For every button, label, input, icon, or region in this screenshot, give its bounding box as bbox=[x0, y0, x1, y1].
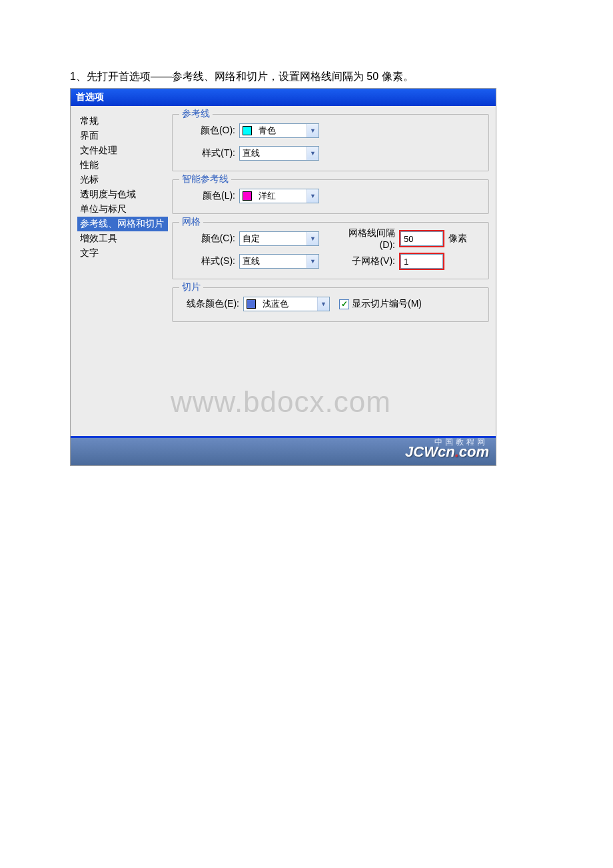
smart-guides-color-dropdown[interactable]: 洋红 ▼ bbox=[239, 189, 319, 203]
footer-band: 中国教程网 JCWcn.com bbox=[71, 436, 496, 465]
slice-checkbox-label: 显示切片编号(M) bbox=[352, 298, 422, 310]
sidebar-item-transparency[interactable]: 透明度与色域 bbox=[77, 187, 168, 202]
guides-style-dropdown[interactable]: 直线 ▼ bbox=[239, 146, 319, 161]
grid-interval-input[interactable]: 50 bbox=[400, 231, 443, 246]
grid-color-value: 自定 bbox=[240, 233, 306, 245]
grid-legend: 网格 bbox=[179, 216, 203, 228]
slice-legend: 切片 bbox=[179, 281, 203, 293]
guides-color-value: 青色 bbox=[256, 125, 306, 137]
chevron-down-icon: ▼ bbox=[306, 147, 318, 160]
chevron-down-icon: ▼ bbox=[306, 124, 318, 137]
smart-guides-color-label: 颜色(L): bbox=[179, 190, 239, 202]
slice-color-dropdown[interactable]: 浅蓝色 ▼ bbox=[243, 297, 330, 311]
chevron-down-icon: ▼ bbox=[306, 255, 318, 268]
slice-fieldset: 切片 线条颜色(E): 浅蓝色 ▼ ✓ 显示切片编号(M) bbox=[172, 287, 489, 322]
guides-legend: 参考线 bbox=[179, 108, 213, 120]
content-panel: 参考线 颜色(O): 青色 ▼ 样式(T): 直线 ▼ bbox=[168, 114, 496, 436]
color-swatch-icon bbox=[243, 126, 252, 135]
sidebar-item-cursors[interactable]: 光标 bbox=[77, 173, 168, 187]
grid-color-label: 颜色(C): bbox=[179, 233, 239, 245]
sidebar-item-type[interactable]: 文字 bbox=[77, 246, 168, 261]
guides-color-dropdown[interactable]: 青色 ▼ bbox=[239, 123, 319, 138]
grid-fieldset: 网格 颜色(C): 自定 ▼ 网格线间隔(D): 50 像素 bbox=[172, 222, 489, 279]
grid-style-label: 样式(S): bbox=[179, 255, 239, 267]
sidebar-item-file-handling[interactable]: 文件处理 bbox=[77, 143, 168, 158]
sidebar-item-performance[interactable]: 性能 bbox=[77, 158, 168, 173]
slice-show-number-checkbox[interactable]: ✓ 显示切片编号(M) bbox=[339, 298, 422, 310]
color-swatch-icon bbox=[243, 191, 252, 201]
grid-color-dropdown[interactable]: 自定 ▼ bbox=[239, 231, 319, 246]
grid-style-value: 直线 bbox=[240, 255, 306, 267]
smart-guides-color-value: 洋红 bbox=[256, 190, 306, 202]
chevron-down-icon: ▼ bbox=[306, 232, 318, 245]
grid-subgrid-input[interactable]: 1 bbox=[400, 254, 443, 269]
chevron-down-icon: ▼ bbox=[317, 297, 329, 311]
slice-color-label: 线条颜色(E): bbox=[179, 298, 243, 310]
sidebar-item-units[interactable]: 单位与标尺 bbox=[77, 202, 168, 217]
guides-fieldset: 参考线 颜色(O): 青色 ▼ 样式(T): 直线 ▼ bbox=[172, 114, 489, 171]
sidebar-item-interface[interactable]: 界面 bbox=[77, 129, 168, 143]
guides-style-value: 直线 bbox=[240, 147, 306, 159]
sidebar-item-plugins[interactable]: 增效工具 bbox=[77, 231, 168, 246]
smart-guides-legend: 智能参考线 bbox=[179, 173, 231, 185]
grid-style-dropdown[interactable]: 直线 ▼ bbox=[239, 254, 319, 269]
grid-interval-unit: 像素 bbox=[448, 233, 467, 245]
slice-color-value: 浅蓝色 bbox=[260, 298, 317, 310]
sidebar: 常规 界面 文件处理 性能 光标 透明度与色域 单位与标尺 参考线、网格和切片 … bbox=[71, 114, 168, 436]
grid-interval-label: 网格线间隔(D): bbox=[338, 227, 399, 250]
chevron-down-icon: ▼ bbox=[306, 189, 318, 203]
dialog-title: 首选项 bbox=[71, 89, 496, 106]
preferences-dialog: 首选项 常规 界面 文件处理 性能 光标 透明度与色域 单位与标尺 参考线、网格… bbox=[70, 88, 496, 466]
sidebar-item-general[interactable]: 常规 bbox=[77, 114, 168, 129]
smart-guides-fieldset: 智能参考线 颜色(L): 洋红 ▼ bbox=[172, 179, 489, 214]
footer-subtext: 中国教程网 bbox=[434, 437, 488, 448]
color-swatch-icon bbox=[247, 299, 256, 309]
guides-style-label: 样式(T): bbox=[179, 147, 239, 159]
checkbox-checked-icon: ✓ bbox=[339, 299, 349, 309]
grid-subgrid-label: 子网格(V): bbox=[338, 255, 399, 267]
sidebar-item-guides-grid-slices[interactable]: 参考线、网格和切片 bbox=[77, 217, 168, 231]
instruction-text: 1、先打开首选项——参考线、网络和切片，设置网格线间隔为 50 像素。 bbox=[70, 70, 540, 84]
guides-color-label: 颜色(O): bbox=[179, 125, 239, 137]
